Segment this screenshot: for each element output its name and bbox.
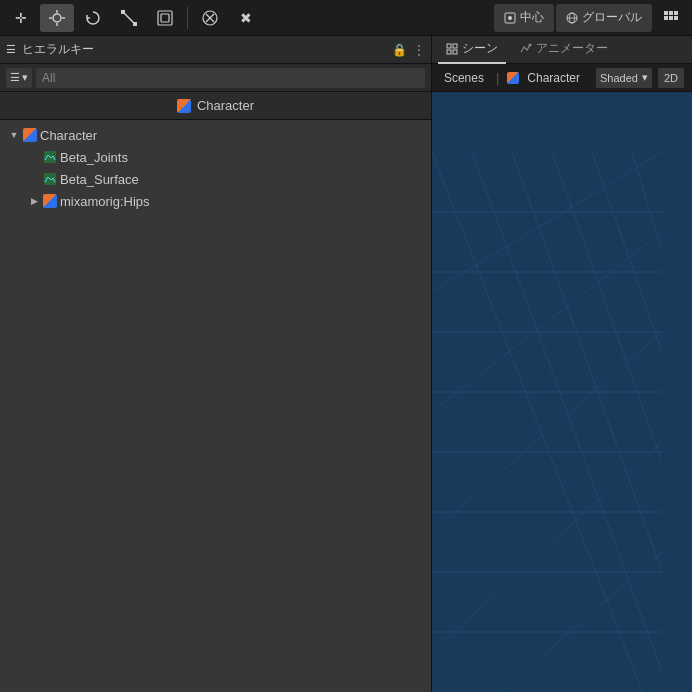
viewport-header: Scenes | Character Shaded ▾ 2D	[432, 64, 692, 92]
lock-icon[interactable]: 🔒	[392, 43, 407, 57]
tree-item-character[interactable]: Character	[0, 124, 431, 146]
shading-label: Shaded	[600, 72, 638, 84]
anim-tab-icon	[520, 43, 532, 55]
panel-title: ヒエラルキー	[22, 41, 94, 58]
svg-rect-6	[133, 22, 137, 26]
character-icon	[23, 128, 37, 142]
expand-arrow-character[interactable]	[8, 129, 20, 141]
scene-tab-icon	[446, 43, 458, 55]
anim-tab-label: アニメーター	[536, 40, 608, 57]
move-tool-btn[interactable]	[40, 4, 74, 32]
filter-icon: ☰	[10, 71, 20, 84]
main-area: ☰ ヒエラルキー 🔒 ⋮ ☰ ▾ Character	[0, 36, 692, 692]
svg-rect-19	[669, 11, 673, 15]
tab-scene[interactable]: シーン	[438, 36, 506, 64]
expand-arrow-hips[interactable]	[28, 195, 40, 207]
global-label: グローバル	[582, 9, 642, 26]
tab-animator[interactable]: アニメーター	[512, 36, 616, 64]
rotate-tool-btn[interactable]	[76, 4, 110, 32]
svg-rect-20	[674, 11, 678, 15]
search-input[interactable]	[36, 68, 425, 88]
tools-btn[interactable]: ✖	[229, 4, 263, 32]
collection-name: Character	[197, 98, 254, 113]
character-label: Character	[40, 128, 97, 143]
shading-select[interactable]: Shaded ▾	[596, 68, 652, 88]
svg-point-30	[528, 43, 531, 46]
svg-rect-21	[664, 16, 668, 20]
scene-tab-label: シーン	[462, 40, 498, 57]
view-2d-btn[interactable]: 2D	[658, 68, 684, 88]
dropdown-arrow: ▾	[22, 71, 28, 84]
character-tab-icon	[507, 72, 519, 84]
global-btn[interactable]: グローバル	[556, 4, 652, 32]
search-bar: ☰ ▾	[0, 64, 431, 92]
beta-joints-label: Beta_Joints	[60, 150, 128, 165]
scale-tool-btn[interactable]	[112, 4, 146, 32]
right-header: シーン アニメーター	[432, 36, 692, 64]
tree-item-mixamorig-hips[interactable]: mixamorig:Hips	[0, 190, 431, 212]
tree-item-beta-surface[interactable]: Beta_Surface	[0, 168, 431, 190]
tab-separator: |	[496, 70, 499, 85]
right-panel: シーン アニメーター Scenes | Character	[432, 36, 692, 692]
toolbar-divider-1	[187, 7, 188, 29]
svg-rect-18	[664, 11, 668, 15]
character-tab[interactable]: Character	[523, 69, 584, 87]
svg-rect-26	[447, 44, 451, 48]
panel-header-icons: 🔒 ⋮	[392, 43, 425, 57]
hierarchy-icon: ☰	[6, 43, 16, 56]
svg-rect-27	[453, 44, 457, 48]
top-toolbar: ✛ ✖	[0, 0, 692, 36]
svg-rect-22	[669, 16, 673, 20]
beta-surface-icon	[43, 172, 57, 186]
shading-arrow: ▾	[642, 71, 648, 84]
beta-joints-icon	[43, 150, 57, 164]
viewport-nav-tabs: Scenes | Character	[440, 69, 584, 87]
menu-icon[interactable]: ⋮	[413, 43, 425, 57]
filter-dropdown[interactable]: ☰ ▾	[6, 68, 32, 88]
collection-icon	[177, 99, 191, 113]
svg-rect-28	[447, 50, 451, 54]
tree-item-beta-joints[interactable]: Beta_Joints	[0, 146, 431, 168]
panel-header: ☰ ヒエラルキー 🔒 ⋮	[0, 36, 431, 64]
snap-btn[interactable]	[654, 4, 688, 32]
transform-tool-btn[interactable]	[148, 4, 182, 32]
left-panel: ☰ ヒエラルキー 🔒 ⋮ ☰ ▾ Character	[0, 36, 432, 692]
tree-area: Character Beta_Joints	[0, 120, 431, 692]
svg-rect-9	[161, 14, 169, 22]
svg-point-14	[508, 16, 512, 20]
pivot-label: 中心	[520, 9, 544, 26]
svg-rect-29	[453, 50, 457, 54]
hips-icon	[43, 194, 57, 208]
pivot-center-btn[interactable]: 中心	[494, 4, 554, 32]
scenes-tab[interactable]: Scenes	[440, 69, 488, 87]
viewport-area[interactable]	[432, 92, 692, 692]
svg-point-0	[53, 14, 61, 22]
cursor-tool-btn[interactable]: ✛	[4, 4, 38, 32]
annotate-btn[interactable]	[193, 4, 227, 32]
viewport-grid	[432, 92, 692, 692]
collection-header: Character	[0, 92, 431, 120]
hips-label: mixamorig:Hips	[60, 194, 150, 209]
beta-surface-label: Beta_Surface	[60, 172, 139, 187]
svg-rect-7	[121, 10, 125, 14]
svg-rect-23	[674, 16, 678, 20]
svg-rect-8	[158, 11, 172, 25]
